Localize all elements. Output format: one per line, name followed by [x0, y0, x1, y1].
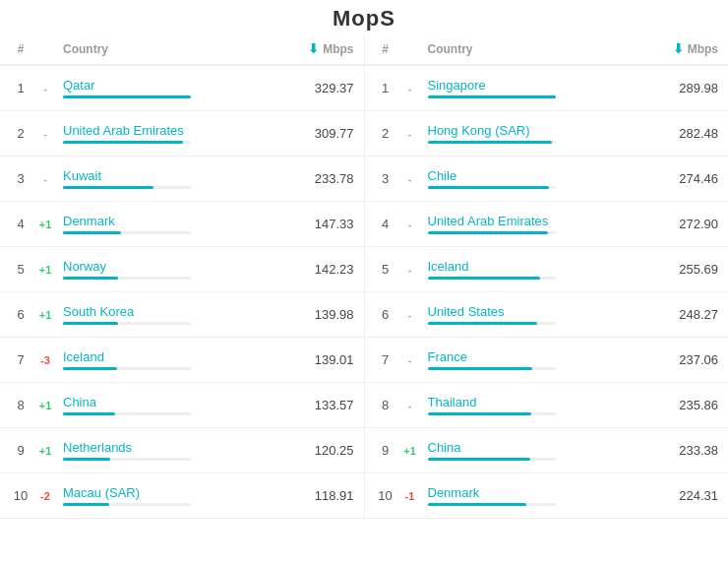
left-header-mbps: ⬇ Mbps — [285, 41, 354, 56]
country-name: China — [63, 395, 295, 409]
row-rank: 10 — [10, 488, 31, 503]
progress-bar-wrap — [428, 277, 556, 280]
progress-bar — [428, 367, 533, 370]
table-row: 10 -2 Macau (SAR) 118.91 — [0, 473, 364, 519]
row-country: Qatar — [59, 78, 295, 98]
row-country: Denmark — [59, 214, 295, 234]
table-row: 5 - Iceland 255.69 — [365, 247, 729, 292]
row-country: United Arab Emirates — [424, 214, 660, 234]
progress-bar-wrap — [63, 95, 191, 98]
row-mbps: 120.25 — [295, 443, 354, 458]
row-mbps: 133.57 — [295, 398, 354, 412]
table-row: 6 - United States 248.27 — [365, 292, 729, 338]
progress-bar-wrap — [63, 186, 191, 189]
country-name: Chile — [428, 168, 660, 183]
progress-bar — [428, 503, 526, 506]
country-name: Netherlands — [63, 440, 295, 455]
table-row: 9 +1 Netherlands 120.25 — [0, 428, 364, 473]
row-mbps: 255.69 — [659, 262, 718, 277]
table-row: 2 - Hong Kong (SAR) 282.48 — [365, 111, 729, 157]
row-change: - — [396, 354, 424, 366]
progress-bar — [428, 322, 538, 325]
progress-bar-wrap — [428, 186, 556, 189]
row-change: - — [396, 128, 424, 140]
row-change: -3 — [31, 354, 59, 366]
progress-bar — [63, 412, 115, 415]
country-name: Macau (SAR) — [63, 485, 295, 500]
row-mbps: 147.33 — [295, 217, 354, 231]
progress-bar — [428, 412, 531, 415]
country-name: Iceland — [63, 349, 295, 364]
progress-bar-wrap — [428, 503, 556, 506]
row-change: -1 — [396, 490, 424, 502]
row-rank: 3 — [10, 171, 31, 186]
left-header-rank: # — [10, 42, 31, 56]
progress-bar-wrap — [428, 95, 556, 98]
row-country: Macau (SAR) — [59, 485, 295, 506]
row-mbps: 233.38 — [659, 443, 718, 458]
row-change: - — [396, 264, 424, 276]
progress-bar — [63, 322, 118, 325]
row-rank: 3 — [375, 171, 396, 186]
row-change: - — [396, 83, 424, 94]
row-change: +1 — [396, 445, 424, 457]
progress-bar — [63, 367, 117, 370]
right-header-mbps: ⬇ Mbps — [649, 41, 718, 56]
row-country: United States — [424, 304, 660, 325]
country-name: Kuwait — [63, 168, 295, 183]
download-icon-left: ⬇ — [308, 41, 319, 56]
country-name: Norway — [63, 259, 295, 274]
progress-bar-wrap — [63, 277, 191, 280]
left-rows: 1 - Qatar 329.37 2 - United Arab Emirate… — [0, 66, 364, 519]
row-country: Singapore — [424, 78, 660, 98]
row-change: -2 — [31, 490, 59, 502]
row-rank: 8 — [10, 398, 31, 412]
country-name: Singapore — [428, 78, 660, 93]
row-mbps: 237.06 — [659, 352, 718, 367]
row-country: China — [59, 395, 295, 415]
country-name: Hong Kong (SAR) — [428, 123, 660, 138]
row-change: - — [396, 219, 424, 230]
table-row: 7 - France 237.06 — [365, 338, 729, 383]
right-panel: # Country ⬇ Mbps 1 - Singapore 289.98 2 — [365, 33, 729, 519]
row-rank: 5 — [10, 262, 31, 277]
row-country: United Arab Emirates — [59, 123, 295, 144]
country-name: France — [428, 349, 660, 364]
row-country: Kuwait — [59, 168, 295, 189]
row-rank: 1 — [10, 81, 31, 95]
row-mbps: 142.23 — [295, 262, 354, 277]
table-row: 3 - Chile 274.46 — [365, 157, 729, 202]
table-row: 1 - Singapore 289.98 — [365, 66, 729, 111]
row-rank: 2 — [375, 126, 396, 141]
row-rank: 4 — [10, 217, 31, 231]
row-rank: 7 — [375, 352, 396, 367]
row-change: - — [396, 400, 424, 411]
row-rank: 8 — [375, 398, 396, 412]
progress-bar — [63, 231, 121, 234]
row-rank: 5 — [375, 262, 396, 277]
table-row: 4 - United Arab Emirates 272.90 — [365, 202, 729, 247]
progress-bar-wrap — [428, 141, 556, 144]
row-mbps: 329.37 — [295, 81, 354, 95]
progress-bar-wrap — [428, 367, 556, 370]
progress-bar-wrap — [428, 322, 556, 325]
row-mbps: 233.78 — [295, 171, 354, 186]
table-row: 7 -3 Iceland 139.01 — [0, 338, 364, 383]
row-mbps: 272.90 — [659, 217, 718, 231]
table-row: 6 +1 South Korea 139.98 — [0, 292, 364, 338]
right-header-rank: # — [375, 42, 396, 56]
row-country: Iceland — [424, 259, 660, 280]
country-name: United States — [428, 304, 660, 319]
row-rank: 2 — [10, 126, 31, 141]
row-change: +1 — [31, 445, 59, 457]
table-row: 2 - United Arab Emirates 309.77 — [0, 111, 364, 157]
row-change: - — [396, 173, 424, 185]
progress-bar — [428, 231, 548, 234]
row-mbps: 118.91 — [295, 488, 354, 503]
progress-bar-wrap — [63, 141, 191, 144]
row-rank: 6 — [375, 307, 396, 322]
country-name: Thailand — [428, 395, 660, 409]
table-row: 5 +1 Norway 142.23 — [0, 247, 364, 292]
row-mbps: 289.98 — [659, 81, 718, 95]
row-change: - — [31, 173, 59, 185]
